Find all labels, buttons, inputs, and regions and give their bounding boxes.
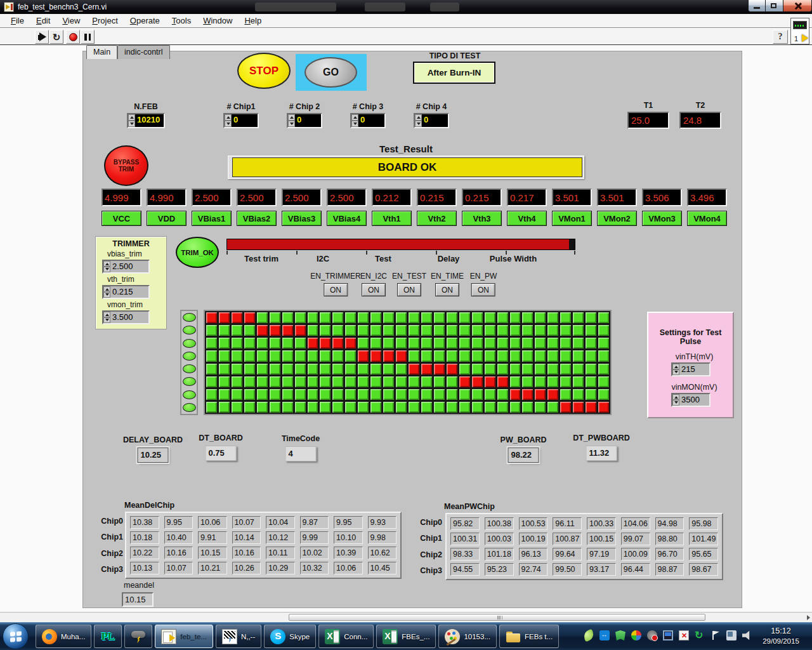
enable-on-button[interactable]: ON: [471, 283, 495, 296]
scrollbar-right-arrow[interactable]: [807, 615, 810, 620]
taskbar-button-10153-[interactable]: 10153...: [438, 625, 497, 648]
menu-tools[interactable]: Tools: [166, 14, 197, 27]
spin-down-icon[interactable]: [351, 121, 358, 127]
nfeb-value[interactable]: 10210: [135, 114, 164, 127]
spin-up-icon[interactable]: [128, 114, 135, 121]
flag-tray-icon[interactable]: [710, 630, 721, 640]
spin-up-icon[interactable]: [672, 394, 679, 400]
spin-down-icon[interactable]: [103, 292, 110, 298]
tipo-di-test-select[interactable]: After Burn-IN: [413, 62, 495, 84]
taskbar-button-pl[interactable]: [94, 625, 122, 648]
horizontal-scrollbar[interactable]: [0, 612, 812, 621]
display-tray-icon[interactable]: [663, 630, 673, 640]
go-button[interactable]: GO: [304, 57, 357, 88]
run-button[interactable]: [35, 30, 49, 44]
chip-spinner[interactable]: 0: [350, 113, 386, 128]
spinner-arrows[interactable]: [128, 114, 135, 127]
maximize-button[interactable]: [766, 0, 783, 12]
taskbar-button-storm[interactable]: [124, 625, 152, 648]
taskbar-button-febs-t-[interactable]: FEBs t...: [499, 625, 559, 648]
vmon_trim-spinner[interactable]: 3.500: [102, 310, 150, 324]
spin-down-icon[interactable]: [103, 317, 110, 323]
enable-on-button[interactable]: ON: [362, 283, 386, 296]
volume-tray-icon[interactable]: [742, 630, 752, 640]
chip-spinner-value[interactable]: 0: [358, 114, 384, 127]
context-help-icon[interactable]: 1: [790, 18, 809, 44]
vth_trim-spinner-value[interactable]: 0.215: [110, 286, 148, 298]
chip-spinner-value[interactable]: 0: [295, 114, 321, 127]
spinner-arrows[interactable]: [103, 286, 110, 298]
spin-up-icon[interactable]: [672, 364, 679, 369]
vbias_trim-spinner[interactable]: 2.500: [102, 260, 150, 274]
spinner-arrows[interactable]: [672, 394, 679, 406]
shield-tray-icon[interactable]: [615, 630, 625, 640]
taskbar-button-skype[interactable]: Skype: [264, 625, 316, 648]
taskbar-button-conn-[interactable]: Conn...: [318, 625, 374, 648]
brush-tray-icon[interactable]: [631, 630, 641, 640]
spin-down-icon[interactable]: [225, 121, 232, 127]
vinTH(mV)-spinner[interactable]: 215: [671, 362, 710, 376]
enable-on-button[interactable]: ON: [435, 283, 459, 296]
vinTH(mV)-spinner-value[interactable]: 215: [679, 364, 709, 375]
pause-button[interactable]: [81, 30, 95, 44]
stop-button[interactable]: STOP: [237, 53, 291, 89]
menu-file[interactable]: File: [5, 14, 30, 27]
taskbar-button-fbes-[interactable]: FBEs_...: [376, 625, 436, 648]
minimize-button[interactable]: [748, 0, 766, 12]
scrollbar-thumb[interactable]: [289, 614, 705, 621]
menu-project[interactable]: Project: [86, 14, 124, 27]
spin-down-icon[interactable]: [288, 121, 295, 127]
spinner-arrows[interactable]: [351, 114, 358, 127]
tab-main[interactable]: Main: [86, 45, 117, 59]
chip-spinner-value[interactable]: 0: [232, 114, 258, 127]
vmon_trim-spinner-value[interactable]: 3.500: [110, 312, 148, 323]
chip-spinner-value[interactable]: 0: [422, 114, 448, 127]
bypass-trim-button[interactable]: BYPASS TRIM: [104, 145, 148, 186]
enable-on-button[interactable]: ON: [397, 283, 421, 296]
spinner-arrows[interactable]: [225, 114, 232, 127]
chip-spinner[interactable]: 0: [414, 113, 449, 128]
taskbar-button-n-[interactable]: N,,--: [216, 625, 261, 648]
doc-error-tray-icon[interactable]: [679, 630, 689, 640]
spin-up-icon[interactable]: [103, 261, 110, 267]
start-button[interactable]: [3, 623, 29, 649]
network-tray-icon[interactable]: [726, 630, 737, 640]
gear-tray-icon[interactable]: [647, 630, 657, 640]
menu-edit[interactable]: Edit: [30, 14, 56, 27]
vth_trim-spinner[interactable]: 0.215: [102, 285, 150, 299]
menu-help[interactable]: Help: [239, 14, 268, 27]
spin-up-icon[interactable]: [225, 114, 232, 121]
spin-up-icon[interactable]: [288, 114, 295, 121]
run-continuous-button[interactable]: ↻: [49, 30, 63, 44]
spin-down-icon[interactable]: [672, 369, 679, 375]
spinner-arrows[interactable]: [672, 364, 679, 375]
spin-up-icon[interactable]: [415, 114, 422, 121]
taskbar-button-muha-[interactable]: Muha...: [36, 625, 91, 648]
taskbar-button-feb-te-[interactable]: feb_te...: [155, 625, 213, 648]
menu-window[interactable]: Window: [197, 14, 239, 27]
spinner-arrows[interactable]: [103, 312, 110, 323]
teamviewer-tray-icon[interactable]: [599, 630, 610, 640]
close-button[interactable]: [783, 0, 812, 12]
spin-down-icon[interactable]: [103, 267, 110, 272]
tab-indic-contrl[interactable]: indic-contrl: [117, 45, 169, 59]
enable-on-button[interactable]: ON: [324, 283, 348, 296]
vinMON(mV)-spinner[interactable]: 3500: [671, 393, 710, 407]
spinner-arrows[interactable]: [288, 114, 295, 127]
menu-operate[interactable]: Operate: [124, 14, 166, 27]
spinner-arrows[interactable]: [103, 261, 110, 272]
abort-button[interactable]: [66, 30, 80, 44]
chip-spinner[interactable]: 0: [287, 113, 322, 128]
menu-view[interactable]: View: [56, 14, 86, 27]
spin-up-icon[interactable]: [103, 312, 110, 317]
refresh-tray-icon[interactable]: [695, 630, 705, 640]
spin-up-icon[interactable]: [351, 114, 358, 121]
chip-spinner[interactable]: 0: [223, 113, 259, 128]
spinner-arrows[interactable]: [415, 114, 422, 127]
vbias_trim-spinner-value[interactable]: 2.500: [110, 261, 148, 272]
help-button[interactable]: ?: [773, 30, 788, 44]
spin-down-icon[interactable]: [672, 400, 679, 406]
spin-down-icon[interactable]: [415, 121, 422, 127]
taskbar-clock[interactable]: 15:12 29/09/2015: [754, 627, 808, 645]
spin-down-icon[interactable]: [128, 121, 135, 127]
